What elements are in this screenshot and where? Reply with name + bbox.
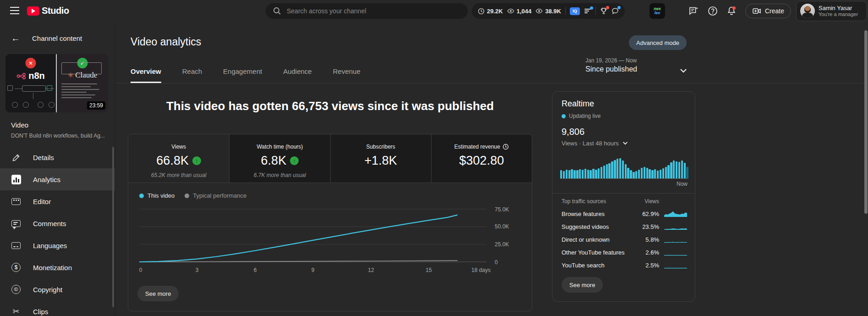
menu-icon[interactable]	[10, 7, 20, 15]
sidebar-scrollbar[interactable]	[112, 147, 114, 307]
sparkline	[664, 223, 688, 230]
legend-typical-performance: Typical performance	[185, 192, 246, 199]
views-stat[interactable]: 1,044	[507, 7, 532, 15]
clock-icon	[502, 144, 509, 150]
realtime-bar-chart	[560, 158, 688, 179]
sidebar-item-analytics[interactable]: Analytics	[0, 168, 115, 190]
realtime-panel: Realtime Updating live 9,806 Views · Las…	[552, 91, 695, 302]
video-kind-label: Video	[11, 121, 28, 129]
realtime-see-more-button[interactable]: See more	[562, 277, 603, 293]
notification-dot	[606, 6, 609, 9]
date-range-selector[interactable]: Jan 19, 2026 — Now Since published	[585, 57, 637, 73]
n8n-logo-icon	[16, 73, 27, 79]
profile-chip[interactable]: Samin Yasar You're a manager	[796, 1, 867, 21]
stat-value: 38.9K	[545, 8, 561, 15]
extension-stats-pill: 29.2K 1,044 38.9K IQ	[472, 3, 625, 19]
date-range-label: Since published	[585, 65, 637, 73]
traffic-sources-header: Top traffic sources Views	[562, 198, 688, 205]
editor-icon	[11, 196, 21, 206]
sidebar-item-clips[interactable]: ✂ Clips	[0, 300, 115, 316]
video-title: DON'T Build n8n workflows, build Ag...	[11, 133, 109, 139]
chevron-down-icon[interactable]	[678, 66, 688, 76]
sparkline	[664, 236, 688, 243]
realtime-views-caption[interactable]: Views · Last 48 hours	[562, 139, 629, 147]
scissors-icon: ✂	[11, 306, 21, 316]
traffic-row-browse-features: Browse features 62.9%	[562, 207, 688, 220]
video-thumbnail[interactable]: ✕ n8n ✓	[5, 54, 108, 112]
stat-value: 1,044	[517, 8, 532, 15]
tab-overview[interactable]: Overview	[131, 65, 161, 83]
metric-card-views[interactable]: Views 66.8K ↑ 65.2K more than usual	[128, 134, 229, 183]
nexlev-extension-icon[interactable]: nex lev	[650, 3, 665, 19]
now-label: Now	[677, 181, 688, 187]
vidiq-icon[interactable]: IQ	[570, 7, 580, 15]
back-to-channel-content[interactable]: ← Channel content	[0, 33, 82, 44]
metric-card-subscribers[interactable]: Subscribers +1.8K	[330, 134, 431, 183]
see-more-button[interactable]: See more	[137, 286, 179, 301]
clock-icon	[478, 8, 485, 15]
create-label: Create	[765, 7, 784, 15]
eye-icon	[535, 7, 543, 15]
profile-role: You're a manager	[819, 11, 858, 17]
stat-value: 29.2K	[487, 8, 503, 15]
search-input[interactable]	[287, 7, 460, 15]
dollar-circle-icon: $	[11, 262, 21, 272]
eye-icon	[507, 7, 514, 15]
analytics-icon	[11, 174, 21, 184]
views-line-chart	[139, 206, 487, 264]
sidebar-item-copyright[interactable]: © Copyright	[0, 278, 115, 300]
chat-bubble-icon[interactable]	[611, 7, 619, 15]
tab-revenue[interactable]: Revenue	[333, 65, 360, 83]
x-axis-labels: 0 3 6 9 12 15 18 days	[139, 267, 515, 274]
advanced-mode-button[interactable]: Advanced mode	[629, 35, 687, 50]
sidebar-item-monetization[interactable]: $ Monetization	[0, 256, 115, 278]
create-button[interactable]: Create	[745, 4, 791, 18]
trophy-icon[interactable]	[600, 7, 607, 15]
analytics-tabs: Overview Reach Engagement Audience Reven…	[131, 65, 360, 83]
subs-views-stat[interactable]: 38.9K	[535, 7, 561, 15]
tab-reach[interactable]: Reach	[182, 65, 202, 83]
studio-logo-text: Studio	[42, 6, 69, 16]
notification-dot	[617, 6, 621, 9]
feedback-icon[interactable]	[688, 5, 700, 17]
realtime-title: Realtime	[562, 99, 594, 109]
date-range: Jan 19, 2026 — Now	[585, 57, 637, 64]
tab-audience[interactable]: Audience	[283, 65, 312, 83]
sidebar-item-editor[interactable]: Editor	[0, 190, 115, 212]
y-tick-0: 0	[495, 259, 520, 266]
copyright-icon: ©	[11, 284, 21, 294]
help-icon[interactable]	[707, 5, 719, 17]
metric-card-revenue[interactable]: Estimated revenue $302.80	[431, 134, 532, 183]
languages-icon	[11, 240, 21, 250]
video-plus-icon	[752, 6, 761, 16]
y-tick-50k: 50.0K	[495, 223, 520, 230]
divider	[595, 7, 596, 15]
metric-card-watch-time[interactable]: Watch time (hours) 6.8K ↑ 6.7K more than…	[229, 134, 330, 183]
thumbnail-n8n-side: ✕ n8n	[5, 54, 57, 112]
tab-engagement[interactable]: Engagement	[223, 65, 262, 83]
chart-legend: This video Typical performance	[139, 192, 246, 199]
search-bar	[266, 3, 468, 19]
equalizer-icon[interactable]	[584, 8, 591, 14]
traffic-row-other-features: Other YouTube features 2.6%	[562, 246, 688, 259]
traffic-row-direct-unknown: Direct or unknown 5.8%	[562, 233, 688, 246]
sidebar-item-comments[interactable]: Comments	[0, 212, 115, 234]
legend-dot	[139, 194, 144, 198]
updating-live-status: Updating live	[562, 113, 601, 119]
sidebar-item-languages[interactable]: Languages	[0, 234, 115, 256]
workflow-diagram	[9, 84, 52, 109]
notifications-bell-icon[interactable]	[726, 5, 738, 17]
studio-logo[interactable]: Studio	[27, 6, 69, 16]
key-metrics-row: Views 66.8K ↑ 65.2K more than usual Watc…	[128, 134, 532, 183]
pencil-icon	[11, 152, 21, 162]
youtube-play-icon	[27, 6, 39, 16]
views-headline: This video has gotten 66,753 views since…	[128, 99, 532, 113]
trend-up-icon: ↑	[290, 156, 299, 165]
watch-time-stat[interactable]: 29.2K	[478, 8, 503, 15]
x-tick: 0	[139, 267, 142, 273]
page-scrollbar[interactable]	[864, 30, 868, 214]
chevron-down-icon	[622, 139, 629, 147]
sidebar-item-details[interactable]: Details	[0, 146, 115, 168]
x-tick: 12	[368, 267, 374, 273]
legend-dot	[185, 194, 189, 198]
